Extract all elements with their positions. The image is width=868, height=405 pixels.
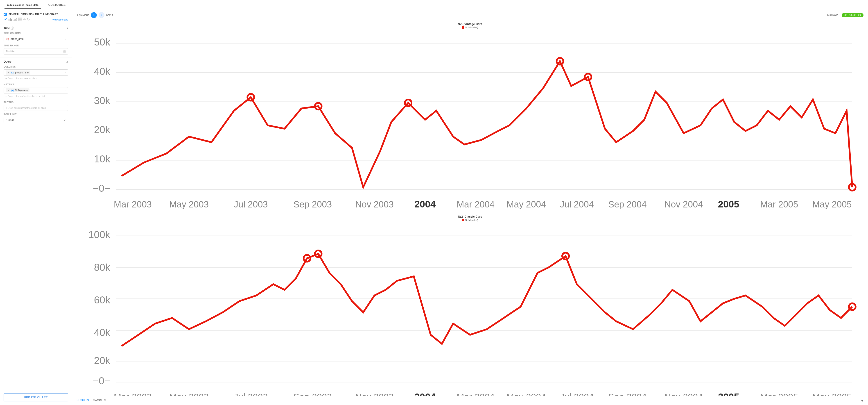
- view-all-charts-link[interactable]: View all charts: [52, 18, 68, 21]
- svg-text:May 2005: May 2005: [812, 392, 851, 396]
- column-tag-type: abc: [10, 71, 14, 74]
- page-2-button[interactable]: 2: [99, 12, 104, 18]
- right-panel: < previous 1 2 next > 600 rows 00:00:00.…: [72, 10, 868, 405]
- column-drop-zone[interactable]: + Drop columns here or click: [4, 76, 68, 81]
- refresh-icon[interactable]: ↻: [27, 18, 30, 21]
- svg-text:Jul 2004: Jul 2004: [560, 392, 594, 396]
- time-section-chevron[interactable]: ∧: [66, 27, 68, 30]
- query-section-chevron[interactable]: ∧: [66, 60, 68, 63]
- metric-drop-zone[interactable]: + Drop columns/metrics here or click: [4, 93, 68, 99]
- time-section-title: Time i: [4, 27, 14, 30]
- chart1-title: №1_Vintage Cars: [76, 22, 864, 26]
- query-section-header[interactable]: Query ∧: [4, 60, 68, 63]
- time-column-label: TIME COLUMN: [4, 32, 68, 34]
- column-tag: ✕ abc product_line: [6, 70, 30, 75]
- svg-text:May 2003: May 2003: [169, 392, 209, 396]
- time-info-icon: i: [11, 27, 14, 30]
- area-chart-icon[interactable]: [13, 18, 17, 21]
- next-button[interactable]: next >: [106, 13, 114, 17]
- query-section-title: Query: [4, 60, 11, 63]
- svg-text:60k: 60k: [94, 294, 110, 306]
- row-limit-value: 10000: [6, 118, 13, 122]
- svg-text:Mar 2003: Mar 2003: [114, 392, 152, 396]
- svg-text:May 2005: May 2005: [812, 199, 851, 209]
- tab-customize[interactable]: CUSTOMIZE: [46, 1, 68, 9]
- chart2-title: №2_Classic Cars: [76, 215, 864, 218]
- row-limit-arrow: ∨: [64, 118, 66, 122]
- chart-type-row: SEVERAL DIMENSION MULTI LINE CHART 4k: [0, 10, 72, 24]
- row-limit-label: ROW LIMIT: [4, 113, 68, 116]
- columns-field: ✕ abc product_line ›: [4, 69, 68, 76]
- time-section: Time i ∧ TIME COLUMN ⏰ order_date › TIME…: [0, 24, 72, 57]
- svg-text:2005: 2005: [718, 199, 739, 209]
- metric-tag-remove[interactable]: ✕: [7, 89, 10, 92]
- line-chart-icon[interactable]: [4, 18, 7, 21]
- svg-text:Nov 2004: Nov 2004: [664, 392, 703, 396]
- svg-text:80k: 80k: [94, 262, 110, 273]
- row-limit-select[interactable]: 10000 ∨: [4, 117, 68, 123]
- column-tag-value: product_line: [15, 71, 29, 74]
- calendar-icon: ▦: [63, 50, 66, 53]
- right-top-bar: < previous 1 2 next > 600 rows 00:00:00.…: [72, 10, 868, 20]
- svg-text:30k: 30k: [94, 95, 110, 106]
- time-range-label: TIME RANGE: [4, 45, 68, 47]
- update-chart-button[interactable]: UPDATE CHART: [4, 393, 68, 401]
- svg-rect-2: [11, 19, 12, 21]
- svg-text:10k: 10k: [94, 153, 110, 165]
- svg-text:−0−: −0−: [93, 375, 110, 386]
- svg-text:2004: 2004: [414, 392, 436, 396]
- 4k-label[interactable]: 4k: [23, 18, 26, 21]
- query-section: Query ∧ COLUMNS ✕ abc product_line › + D…: [0, 57, 72, 126]
- chart-type-label: SEVERAL DIMENSION MULTI LINE CHART: [8, 13, 58, 16]
- bottom-bar: RESULTS SAMPLES ∨: [72, 396, 868, 405]
- metric-tag-arrow: ›: [65, 89, 66, 92]
- bar-chart-icon[interactable]: [8, 18, 12, 21]
- chart1-svg: 50k 40k 30k 20k 10k −0−: [76, 30, 864, 210]
- page-1-button[interactable]: 1: [91, 12, 97, 18]
- svg-text:40k: 40k: [94, 327, 110, 338]
- time-badge: 00:00:00.43: [842, 13, 864, 17]
- metric-tag-value: SUM(sales): [14, 89, 28, 92]
- chart1-subtitle: SUM(sales): [76, 26, 864, 29]
- svg-text:Sep 2004: Sep 2004: [608, 392, 647, 396]
- table-icon[interactable]: [19, 18, 22, 21]
- filters-label: FILTERS: [4, 101, 68, 104]
- time-section-header[interactable]: Time i ∧: [4, 27, 68, 30]
- metric-tag: ✕ f(x) SUM(sales): [6, 88, 30, 92]
- svg-text:Mar 2005: Mar 2005: [760, 199, 798, 209]
- time-column-select[interactable]: ⏰ order_date ›: [4, 36, 68, 42]
- samples-tab[interactable]: SAMPLES: [93, 398, 106, 403]
- svg-text:Mar 2005: Mar 2005: [760, 392, 798, 396]
- column-tag-arrow: ›: [65, 71, 66, 74]
- svg-rect-1: [10, 18, 11, 21]
- metrics-label: METRICS: [4, 83, 68, 86]
- svg-text:Sep 2004: Sep 2004: [608, 199, 647, 209]
- svg-text:Jul 2004: Jul 2004: [560, 199, 594, 209]
- time-range-input[interactable]: No filter ▦: [4, 48, 68, 55]
- left-panel: SEVERAL DIMENSION MULTI LINE CHART 4k: [0, 10, 72, 405]
- results-tab[interactable]: RESULTS: [76, 398, 89, 403]
- chart-classic-cars: №2_Classic Cars SUM(sales) 100k 80k 60k …: [76, 215, 864, 396]
- metrics-field: ✕ f(x) SUM(sales) ›: [4, 87, 68, 93]
- bottom-chevron[interactable]: ∨: [861, 399, 864, 403]
- charts-area: №1_Vintage Cars SUM(sales) 50k 40k 30k 2…: [72, 20, 868, 396]
- svg-text:−0−: −0−: [93, 182, 110, 194]
- chart-type-checkbox[interactable]: [4, 12, 7, 16]
- svg-text:Mar 2004: Mar 2004: [457, 199, 495, 209]
- column-tag-remove[interactable]: ✕: [7, 71, 10, 74]
- svg-text:2004: 2004: [414, 199, 436, 209]
- top-bar: public.cleaned_sales_data CUSTOMIZE: [0, 0, 868, 10]
- chart2-svg: 100k 80k 60k 40k 20k −0−: [76, 222, 864, 396]
- tab-data[interactable]: public.cleaned_sales_data: [4, 2, 41, 8]
- chart-vintage-cars: №1_Vintage Cars SUM(sales) 50k 40k 30k 2…: [76, 22, 864, 210]
- svg-text:Jul 2003: Jul 2003: [234, 199, 268, 209]
- svg-text:Nov 2004: Nov 2004: [664, 199, 703, 209]
- prev-button[interactable]: < previous: [76, 13, 89, 17]
- update-btn-row: UPDATE CHART: [0, 390, 72, 405]
- time-column-value: order_date: [10, 37, 24, 40]
- pagination: < previous 1 2 next >: [76, 12, 114, 18]
- clock-icon: ⏰: [6, 38, 9, 40]
- filters-drop-zone[interactable]: + Drop columns/metrics here or click: [4, 105, 68, 111]
- svg-text:May 2004: May 2004: [506, 199, 546, 209]
- svg-text:Nov 2003: Nov 2003: [355, 392, 394, 396]
